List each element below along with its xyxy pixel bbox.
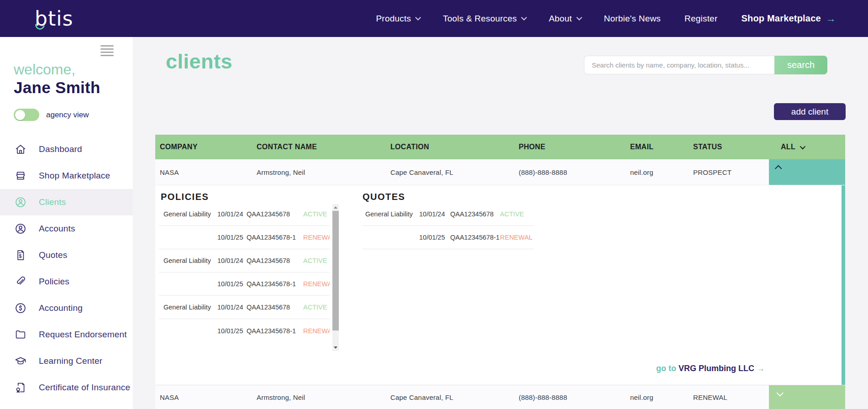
sidebar-item-request-endorsement[interactable]: Request Endorsement xyxy=(0,321,133,348)
chevron-down-icon xyxy=(576,15,582,21)
storefront-icon xyxy=(14,169,27,182)
nav-item-products[interactable]: Products xyxy=(376,14,420,24)
welcome-block: welcome, Jane Smith xyxy=(14,61,100,97)
column-header-phone: PHONE xyxy=(514,143,626,151)
top-navbar: btis Products Tools & Resources About No… xyxy=(0,0,868,37)
sidebar-item-clients[interactable]: Clients xyxy=(0,189,133,215)
phone-cell: (888)-888-8888 xyxy=(514,168,626,176)
policy-status: RENEWAL xyxy=(303,280,330,288)
quote-number: QAA12345678-1 xyxy=(450,234,500,241)
policy-number: QAA12345678 xyxy=(247,304,303,311)
goto-client-link[interactable]: go to VRG Plumbing LLC → xyxy=(648,364,765,373)
policies-scrollbar[interactable] xyxy=(332,204,339,351)
main-content: clients search add client COMPANY CONTAC… xyxy=(133,37,868,409)
chevron-down-icon xyxy=(800,143,806,149)
sidebar-item-dashboard[interactable]: Dashboard xyxy=(0,136,133,163)
policy-number: QAA12345678-1 xyxy=(247,234,303,241)
status-badge: PROSPECT xyxy=(689,168,769,176)
chevron-down-icon xyxy=(776,389,784,397)
sidebar-item-quotes[interactable]: $ Quotes xyxy=(0,242,133,268)
client-detail-panel: POLICIES QUOTES General Liability 10/01/… xyxy=(155,185,845,385)
nav-item-label: Norbie's News xyxy=(604,14,661,24)
sidebar-item-certificate-of-insurance[interactable]: Certificate of Insurance xyxy=(0,374,133,401)
sidebar-item-label: Learning Center xyxy=(39,356,102,366)
expand-row-button[interactable] xyxy=(769,385,845,409)
policy-date: 10/01/24 xyxy=(217,304,247,311)
company-link[interactable]: NASA xyxy=(155,393,252,401)
sidebar-item-policies[interactable]: Policies xyxy=(0,268,133,295)
quote-row: General Liability 10/01/24 QAA12345678 A… xyxy=(363,203,534,226)
policy-date: 10/01/25 xyxy=(217,327,247,335)
sidebar-item-accounting[interactable]: Accounting xyxy=(0,295,133,321)
chevron-up-icon xyxy=(775,165,782,173)
policy-date: 10/01/24 xyxy=(217,257,247,264)
agency-view-toggle[interactable] xyxy=(14,109,39,121)
search-input[interactable] xyxy=(584,56,774,74)
contact-name-cell: Armstrong, Neil xyxy=(252,168,386,176)
quote-document-icon: $ xyxy=(14,249,27,262)
nav-item-norbies-news[interactable]: Norbie's News xyxy=(604,14,661,24)
nav-item-about[interactable]: About xyxy=(549,14,580,24)
sidebar-item-label: Dashboard xyxy=(39,144,82,154)
collapse-row-button[interactable] xyxy=(769,159,845,185)
paperclip-icon xyxy=(14,275,27,288)
quote-date: 10/01/24 xyxy=(419,210,450,218)
company-link[interactable]: NASA xyxy=(155,168,252,176)
clients-table-header: COMPANY CONTACT NAME LOCATION PHONE EMAI… xyxy=(155,135,845,159)
nav-item-label: Tools & Resources xyxy=(443,14,517,24)
column-header-company: COMPANY xyxy=(155,143,252,151)
goto-client-name: VRG Plumbing LLC xyxy=(679,364,754,373)
welcome-text: welcome, xyxy=(14,61,100,78)
policy-number: QAA12345678 xyxy=(247,257,303,264)
client-search: search xyxy=(584,56,827,74)
user-name: Jane Smith xyxy=(14,78,100,97)
policy-status: ACTIVE xyxy=(303,304,330,311)
sidebar-item-accounts[interactable]: Accounts xyxy=(0,215,133,242)
hamburger-menu-icon[interactable] xyxy=(100,45,114,58)
table-row: NASA Armstrong, Neil Cape Canaveral, FL … xyxy=(155,159,845,185)
sidebar-menu: Dashboard Shop Marketplace Clients Accou… xyxy=(0,136,133,401)
sidebar-item-label: Quotes xyxy=(39,250,67,260)
sidebar-item-label: Shop Marketplace xyxy=(39,171,110,181)
dollar-circle-icon xyxy=(14,302,27,315)
sidebar-item-learning-center[interactable]: Learning Center xyxy=(0,348,133,374)
nav-item-label: Shop Marketplace xyxy=(741,13,821,24)
sidebar-item-shop-marketplace[interactable]: Shop Marketplace xyxy=(0,163,133,189)
quote-status: RENEWAL xyxy=(500,234,534,241)
policy-number: QAA12345678-1 xyxy=(247,327,303,335)
nav-item-register[interactable]: Register xyxy=(684,14,717,24)
email-cell: neil.org xyxy=(626,393,689,401)
goto-prefix: go to xyxy=(656,364,676,373)
quote-row: 10/01/25 QAA12345678-1 RENEWAL xyxy=(363,226,534,249)
policy-type: General Liability xyxy=(163,210,217,218)
nav-item-label: Products xyxy=(376,14,411,24)
clients-icon xyxy=(14,196,27,209)
nav-menu: Products Tools & Resources About Norbie'… xyxy=(376,13,836,24)
sidebar: welcome, Jane Smith agency view Dashboar… xyxy=(0,37,133,409)
policy-date: 10/01/25 xyxy=(217,234,247,241)
panel-scrollbar[interactable] xyxy=(842,185,845,385)
nav-item-shop-marketplace[interactable]: Shop Marketplace → xyxy=(741,13,836,24)
policies-list: General Liability 10/01/24 QAA12345678 A… xyxy=(159,203,330,351)
scrollbar-up-arrow[interactable] xyxy=(332,204,339,211)
status-filter-dropdown[interactable]: ALL xyxy=(769,143,845,151)
policy-date: 10/01/24 xyxy=(217,210,247,218)
home-icon xyxy=(14,143,27,156)
btis-logo[interactable]: btis xyxy=(35,9,73,29)
page-title: clients xyxy=(166,50,232,73)
scrollbar-thumb[interactable] xyxy=(332,211,339,330)
status-badge: RENEWAL xyxy=(689,393,769,401)
add-client-button[interactable]: add client xyxy=(774,103,846,120)
quotes-list: General Liability 10/01/24 QAA12345678 A… xyxy=(363,203,534,249)
quote-status: ACTIVE xyxy=(500,210,534,218)
sidebar-item-label: Clients xyxy=(39,197,66,207)
scrollbar-down-arrow[interactable] xyxy=(332,344,339,351)
nav-item-tools-resources[interactable]: Tools & Resources xyxy=(443,14,525,24)
search-button[interactable]: search xyxy=(774,56,827,74)
policy-number: QAA12345678-1 xyxy=(247,280,303,288)
policy-type: General Liability xyxy=(163,304,217,311)
column-header-location: LOCATION xyxy=(386,143,514,151)
sidebar-item-label: Policies xyxy=(39,277,69,287)
toggle-label: agency view xyxy=(46,110,89,120)
quote-number: QAA12345678 xyxy=(450,210,500,218)
